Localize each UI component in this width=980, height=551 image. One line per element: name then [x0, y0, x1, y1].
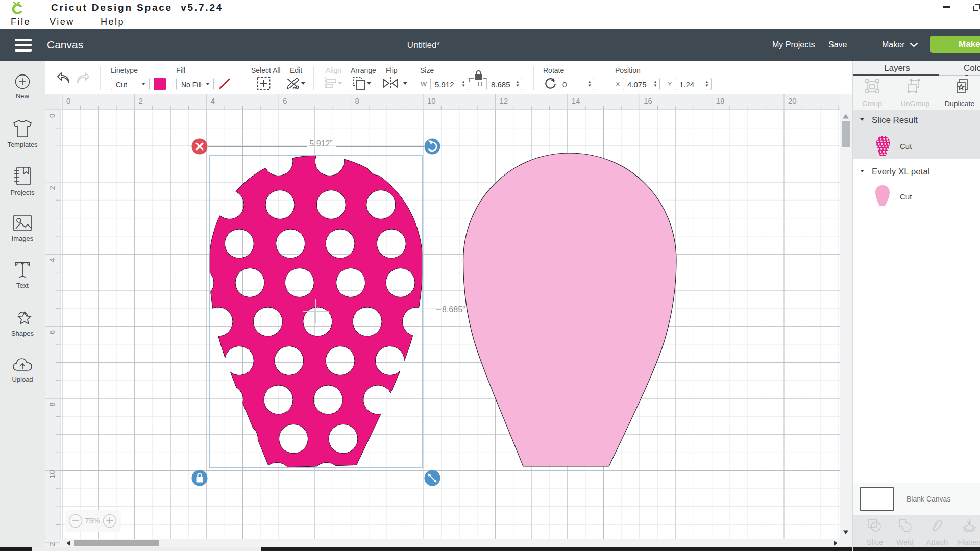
svg-text:12: 12 — [499, 96, 508, 105]
svg-text:8: 8 — [47, 402, 56, 406]
svg-text:0: 0 — [66, 96, 70, 105]
svg-text:6: 6 — [283, 96, 287, 105]
svg-text:6: 6 — [47, 330, 56, 334]
svg-text:8.685”: 8.685” — [442, 305, 465, 314]
svg-text:4: 4 — [47, 258, 56, 262]
svg-text:75%: 75% — [85, 517, 100, 525]
svg-text:0: 0 — [47, 114, 56, 118]
svg-text:20: 20 — [788, 96, 797, 105]
svg-text:10: 10 — [47, 470, 56, 479]
svg-text:5.912”: 5.912” — [309, 139, 332, 148]
svg-text:14: 14 — [572, 96, 580, 105]
svg-text:2: 2 — [138, 96, 142, 105]
svg-text:16: 16 — [644, 96, 652, 105]
svg-text:10: 10 — [427, 96, 436, 105]
svg-text:4: 4 — [211, 96, 215, 105]
svg-text:2: 2 — [47, 186, 56, 190]
svg-text:8: 8 — [355, 96, 359, 105]
svg-text:18: 18 — [716, 96, 725, 105]
